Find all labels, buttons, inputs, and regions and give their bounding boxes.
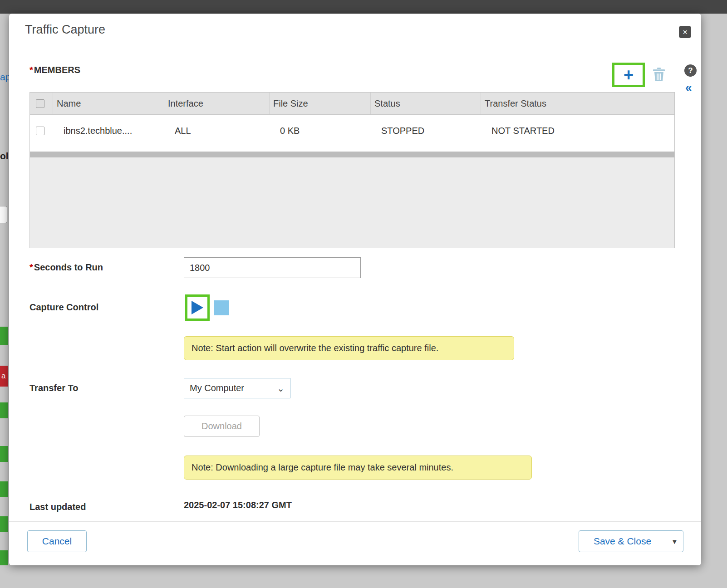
dialog-title: Traffic Capture <box>25 23 105 37</box>
save-close-menu-button[interactable]: ▼ <box>666 531 683 552</box>
cell-status: STOPPED <box>370 126 481 136</box>
cell-file-size: 0 KB <box>269 126 370 136</box>
highlight-box-play <box>185 294 210 321</box>
column-header-status[interactable]: Status <box>370 93 481 114</box>
last-updated-label: Last updated <box>29 502 86 512</box>
background-link-fragment: ap <box>0 72 10 84</box>
background-status-red: a <box>0 366 8 387</box>
seconds-to-run-label: *Seconds to Run <box>29 262 103 273</box>
members-table: Name Interface File Size Status Transfer… <box>29 92 675 248</box>
seconds-to-run-label-text: Seconds to Run <box>34 262 103 272</box>
background-status-green <box>0 446 8 462</box>
table-row[interactable]: ibns2.techblue.... ALL 0 KB STOPPED NOT … <box>30 115 674 147</box>
cell-interface: ALL <box>164 126 269 136</box>
select-all-checkbox[interactable] <box>36 99 44 108</box>
last-updated-value: 2025-02-07 15:08:27 GMT <box>184 500 292 510</box>
capture-control-label: Capture Control <box>29 302 98 313</box>
plus-icon: + <box>624 65 634 84</box>
help-icon: ? <box>688 66 693 75</box>
cell-name: ibns2.techblue.... <box>53 126 164 136</box>
transfer-to-value: My Computer <box>190 383 244 393</box>
cell-transfer-status: NOT STARTED <box>481 126 674 136</box>
table-gap <box>30 147 674 152</box>
transfer-to-label: Transfer To <box>29 383 78 393</box>
help-button[interactable]: ? <box>684 64 697 77</box>
members-label: *MEMBERS <box>29 65 80 75</box>
column-header-name[interactable]: Name <box>53 93 164 114</box>
chevron-down-icon: ⌄ <box>277 383 285 394</box>
note-start: Note: Start action will overwrite the ex… <box>184 336 514 360</box>
browser-top-bar <box>0 0 727 14</box>
stop-capture-button[interactable] <box>214 300 229 315</box>
required-asterisk: * <box>29 65 33 75</box>
table-header-row: Name Interface File Size Status Transfer… <box>30 93 674 115</box>
header-checkbox-cell <box>30 99 53 108</box>
collapse-panel-button[interactable]: « <box>685 81 692 95</box>
caret-down-icon: ▼ <box>671 538 678 545</box>
background-status-green <box>0 516 8 532</box>
transfer-to-select[interactable]: My Computer ⌄ <box>184 378 290 398</box>
members-label-text: MEMBERS <box>34 65 80 75</box>
traffic-capture-dialog: Traffic Capture ✕ *MEMBERS + ? « <box>9 14 701 565</box>
row-checkbox-cell <box>30 127 53 135</box>
delete-member-button[interactable] <box>653 67 665 82</box>
save-close-button[interactable]: Save & Close ▼ <box>579 530 683 552</box>
row-checkbox[interactable] <box>36 127 44 135</box>
start-capture-button[interactable] <box>187 297 207 318</box>
stop-icon <box>214 300 229 315</box>
seconds-to-run-input[interactable] <box>184 257 361 278</box>
column-header-transfer-status[interactable]: Transfer Status <box>481 93 674 114</box>
add-member-button[interactable]: + <box>624 66 634 83</box>
column-header-file-size[interactable]: File Size <box>269 93 370 114</box>
cancel-button[interactable]: Cancel <box>27 530 87 552</box>
dialog-footer: Cancel Save & Close ▼ <box>9 521 701 565</box>
download-button[interactable]: Download <box>184 416 260 437</box>
required-asterisk: * <box>29 262 33 272</box>
play-icon <box>192 301 203 314</box>
column-header-interface[interactable]: Interface <box>164 93 269 114</box>
trash-icon <box>653 67 665 82</box>
background-status-green <box>0 550 8 565</box>
background-status-green <box>0 327 8 345</box>
horizontal-scrollbar[interactable] <box>30 152 674 157</box>
collapse-icon: « <box>685 81 692 94</box>
background-status-green <box>0 402 8 418</box>
close-button[interactable]: ✕ <box>679 26 691 38</box>
note-download: Note: Downloading a large capture file m… <box>184 456 532 480</box>
background-tab-fragment: ol <box>0 151 10 163</box>
close-icon: ✕ <box>683 29 688 36</box>
background-button-fragment <box>0 206 7 223</box>
highlight-box-add: + <box>612 63 645 87</box>
background-status-green <box>0 481 8 497</box>
save-close-label: Save & Close <box>579 536 666 547</box>
